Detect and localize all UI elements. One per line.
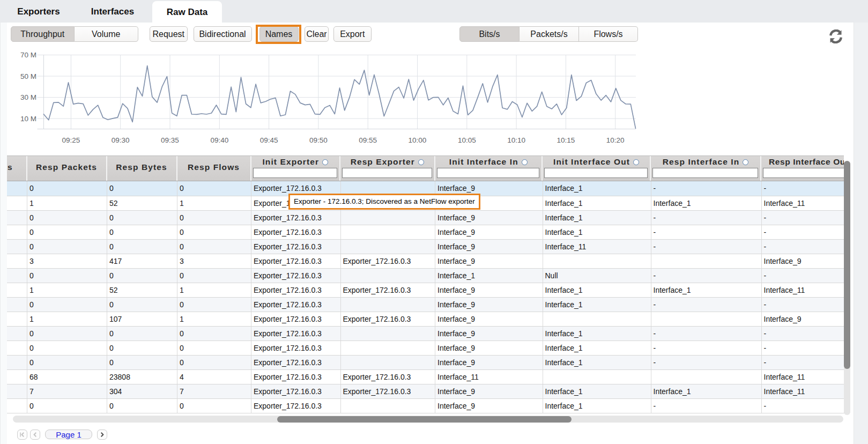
svg-text:10:20: 10:20 xyxy=(606,136,625,144)
svg-text:09:25: 09:25 xyxy=(62,136,80,144)
svg-text:10:10: 10:10 xyxy=(507,136,525,144)
svg-text:09:35: 09:35 xyxy=(161,136,179,144)
svg-text:09:55: 09:55 xyxy=(359,136,377,144)
svg-text:10:00: 10:00 xyxy=(409,136,427,144)
svg-text:10 M: 10 M xyxy=(20,115,36,123)
svg-text:09:45: 09:45 xyxy=(260,136,278,144)
svg-text:30 M: 30 M xyxy=(20,93,36,101)
svg-text:10:15: 10:15 xyxy=(557,136,575,144)
svg-text:09:40: 09:40 xyxy=(210,136,228,144)
svg-text:50 M: 50 M xyxy=(20,72,36,80)
svg-text:70 M: 70 M xyxy=(20,51,36,59)
svg-text:09:50: 09:50 xyxy=(309,136,328,144)
svg-text:09:30: 09:30 xyxy=(112,136,130,144)
svg-text:10:05: 10:05 xyxy=(458,136,476,144)
